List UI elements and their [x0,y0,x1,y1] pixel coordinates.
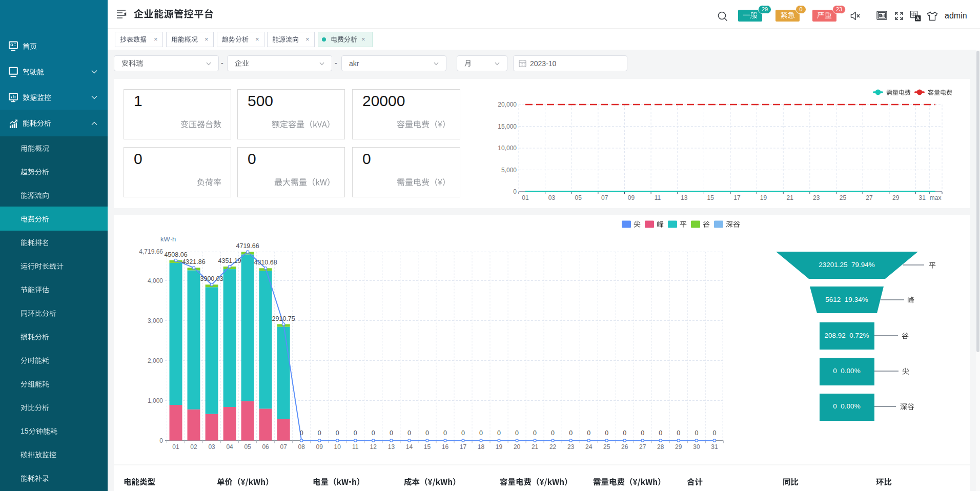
svg-text:05: 05 [575,194,582,201]
svg-text:20,000: 20,000 [498,101,517,108]
svg-text:17: 17 [733,194,741,201]
svg-text:25: 25 [840,194,847,201]
svg-text:03: 03 [548,194,556,201]
svg-text:0: 0 [513,188,517,195]
svg-text:15,000: 15,000 [498,123,517,130]
svg-text:0 0.00%: 0 0.00% [833,367,860,375]
svg-text:23: 23 [813,194,820,201]
svg-text:27: 27 [866,194,873,201]
svg-text:19: 19 [760,194,767,201]
svg-text:29: 29 [892,194,900,201]
svg-text:5612 19.34%: 5612 19.34% [825,296,868,303]
svg-text:31: 31 [919,194,926,201]
svg-text:0 0.00%: 0 0.00% [833,402,860,410]
svg-text:23201.25 79.94%: 23201.25 79.94% [819,261,875,269]
svg-text:208.92 0.72%: 208.92 0.72% [824,332,869,339]
svg-text:max: max [930,194,942,201]
svg-text:07: 07 [601,194,608,201]
svg-text:13: 13 [681,194,688,201]
svg-text:09: 09 [628,194,635,201]
svg-text:21: 21 [787,194,794,201]
svg-text:10,000: 10,000 [498,145,517,152]
svg-text:15: 15 [707,194,714,201]
svg-text:01: 01 [522,194,529,201]
svg-text:11: 11 [655,194,661,201]
svg-text:5,000: 5,000 [501,167,517,174]
